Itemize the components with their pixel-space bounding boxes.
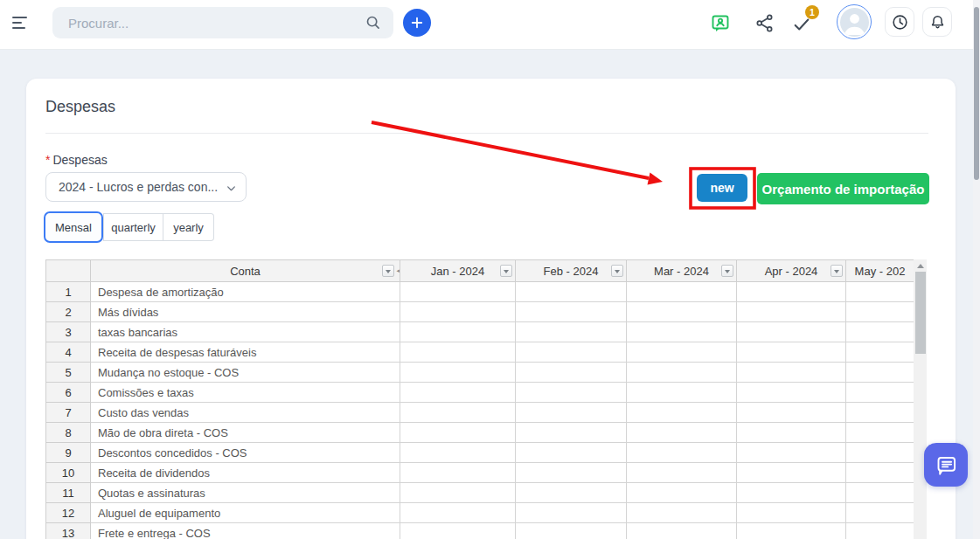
chat-fab-button[interactable] bbox=[924, 443, 968, 487]
data-cell[interactable] bbox=[400, 322, 516, 342]
search-input[interactable] bbox=[52, 7, 393, 38]
search-icon[interactable] bbox=[364, 13, 383, 36]
data-cell[interactable] bbox=[627, 363, 737, 383]
data-cell[interactable] bbox=[737, 322, 846, 342]
data-cell[interactable] bbox=[400, 423, 516, 443]
data-cell[interactable] bbox=[400, 523, 516, 539]
data-cell[interactable] bbox=[737, 403, 846, 423]
data-cell[interactable] bbox=[516, 503, 627, 523]
data-cell[interactable] bbox=[627, 463, 737, 483]
data-cell[interactable] bbox=[516, 523, 627, 539]
tab-mensal[interactable]: Mensal bbox=[44, 211, 103, 243]
data-cell[interactable] bbox=[846, 302, 914, 322]
row-number-cell[interactable]: 13 bbox=[46, 523, 91, 539]
data-cell[interactable] bbox=[846, 483, 914, 503]
data-cell[interactable] bbox=[400, 363, 516, 383]
budget-select[interactable]: 2024 - Lucros e perdas con... bbox=[45, 172, 247, 202]
column-resize-handle[interactable]: ◂▸ bbox=[392, 267, 400, 274]
row-number-cell[interactable]: 11 bbox=[46, 483, 91, 503]
import-budget-button[interactable]: Orçamento de importação bbox=[757, 173, 929, 204]
data-cell[interactable] bbox=[400, 282, 516, 302]
data-cell[interactable] bbox=[737, 423, 846, 443]
data-cell[interactable] bbox=[846, 322, 914, 342]
data-cell[interactable] bbox=[737, 483, 846, 503]
column-header-apr[interactable]: Apr - 2024 bbox=[737, 260, 846, 282]
row-number-cell[interactable]: 4 bbox=[46, 342, 91, 363]
data-cell[interactable] bbox=[737, 282, 846, 302]
hamburger-icon[interactable] bbox=[12, 17, 30, 31]
data-cell[interactable] bbox=[737, 463, 846, 483]
filter-dropdown-icon[interactable] bbox=[721, 265, 733, 277]
column-header-feb[interactable]: Feb - 2024 bbox=[516, 260, 627, 282]
data-cell[interactable] bbox=[516, 403, 627, 423]
data-cell[interactable] bbox=[737, 383, 846, 403]
data-cell[interactable] bbox=[846, 282, 914, 302]
support-chat-icon[interactable] bbox=[710, 13, 731, 34]
conta-cell[interactable]: Mão de obra direta - COS bbox=[91, 423, 400, 443]
data-cell[interactable] bbox=[737, 342, 846, 363]
data-cell[interactable] bbox=[516, 483, 627, 503]
conta-cell[interactable]: Quotas e assinaturas bbox=[91, 483, 400, 503]
data-cell[interactable] bbox=[627, 383, 737, 403]
row-number-cell[interactable]: 9 bbox=[46, 443, 91, 463]
data-cell[interactable] bbox=[627, 443, 737, 463]
data-cell[interactable] bbox=[627, 483, 737, 503]
column-header-jan[interactable]: Jan - 2024 bbox=[400, 260, 516, 282]
row-number-cell[interactable]: 5 bbox=[46, 363, 91, 383]
history-button[interactable] bbox=[885, 7, 914, 37]
data-cell[interactable] bbox=[400, 443, 516, 463]
data-cell[interactable] bbox=[627, 503, 737, 523]
data-cell[interactable] bbox=[627, 302, 737, 322]
data-cell[interactable] bbox=[516, 342, 627, 363]
column-header-mar[interactable]: Mar - 2024 bbox=[627, 260, 737, 282]
conta-cell[interactable]: Receita de despesas faturáveis bbox=[91, 342, 400, 363]
data-cell[interactable] bbox=[400, 342, 516, 363]
data-cell[interactable] bbox=[627, 403, 737, 423]
conta-cell[interactable]: Aluguel de equipamento bbox=[91, 503, 400, 523]
row-number-cell[interactable]: 1 bbox=[46, 282, 91, 302]
table-scrollbar[interactable] bbox=[914, 259, 927, 539]
row-number-cell[interactable]: 8 bbox=[46, 423, 91, 443]
data-cell[interactable] bbox=[846, 342, 914, 363]
filter-dropdown-icon[interactable] bbox=[611, 265, 623, 277]
data-cell[interactable] bbox=[846, 363, 914, 383]
conta-cell[interactable]: Descontos concedidos - COS bbox=[91, 443, 400, 463]
row-number-cell[interactable]: 3 bbox=[46, 322, 91, 342]
data-cell[interactable] bbox=[400, 403, 516, 423]
notifications-button[interactable] bbox=[922, 7, 952, 37]
table-scrollbar-thumb[interactable] bbox=[915, 272, 926, 354]
conta-cell[interactable]: Mudança no estoque - COS bbox=[91, 363, 400, 383]
data-cell[interactable] bbox=[627, 282, 737, 302]
data-cell[interactable] bbox=[516, 383, 627, 403]
data-cell[interactable] bbox=[516, 443, 627, 463]
new-button[interactable]: new bbox=[697, 174, 747, 202]
data-cell[interactable] bbox=[846, 503, 914, 523]
data-cell[interactable] bbox=[846, 523, 914, 539]
row-number-cell[interactable]: 12 bbox=[46, 503, 91, 523]
data-cell[interactable] bbox=[737, 503, 846, 523]
data-cell[interactable] bbox=[627, 523, 737, 539]
row-number-cell[interactable]: 7 bbox=[46, 403, 91, 423]
row-number-cell[interactable]: 10 bbox=[46, 463, 91, 483]
row-number-cell[interactable]: 6 bbox=[46, 383, 91, 403]
data-cell[interactable] bbox=[846, 383, 914, 403]
data-cell[interactable] bbox=[516, 423, 627, 443]
notification-count-badge[interactable]: 1 bbox=[805, 5, 819, 19]
conta-cell[interactable]: Receita de dividendos bbox=[91, 463, 400, 483]
avatar[interactable] bbox=[837, 4, 872, 39]
data-cell[interactable] bbox=[627, 342, 737, 363]
page-scrollbar[interactable] bbox=[973, 0, 980, 539]
data-cell[interactable] bbox=[516, 302, 627, 322]
conta-cell[interactable]: Frete e entrega - COS bbox=[91, 523, 400, 539]
filter-dropdown-icon[interactable] bbox=[500, 265, 512, 277]
filter-dropdown-icon[interactable] bbox=[831, 265, 843, 277]
data-cell[interactable] bbox=[846, 443, 914, 463]
column-header-may[interactable]: May - 202 bbox=[846, 260, 914, 282]
conta-cell[interactable]: Más dívidas bbox=[91, 302, 400, 322]
data-cell[interactable] bbox=[516, 463, 627, 483]
data-cell[interactable] bbox=[627, 423, 737, 443]
data-cell[interactable] bbox=[400, 463, 516, 483]
data-cell[interactable] bbox=[400, 383, 516, 403]
data-cell[interactable] bbox=[737, 523, 846, 539]
corner-cell[interactable] bbox=[46, 260, 91, 282]
